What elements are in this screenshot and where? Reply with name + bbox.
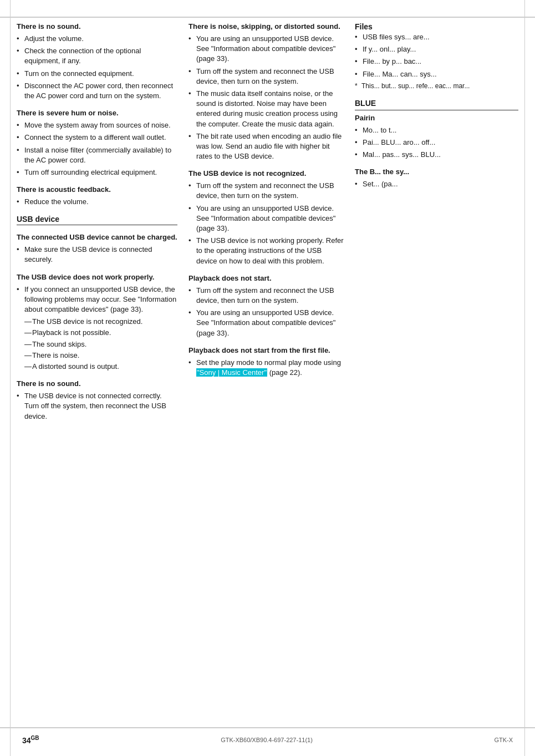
list-item: File... Ma... can... sys...: [355, 69, 518, 79]
list-item: Set... (pa...: [355, 179, 518, 189]
list-item: You are using an unsupported USB device.…: [188, 308, 344, 338]
section-usb-device-heading: USB device: [17, 215, 177, 225]
right-column: Files USB files sys... are... If y... on…: [355, 22, 518, 723]
list-item: File... by p... bac...: [355, 57, 518, 67]
dash-list-usb-not-work: The USB device is not recognized. Playba…: [17, 317, 177, 372]
dash-item: The USB device is not recognized.: [24, 317, 177, 327]
bullet-list-usb-cannot-charge: Make sure the USB device is connected se…: [17, 245, 177, 265]
left-margin-line: [10, 0, 11, 756]
asterisk-note: This... but... sup... refe... eac... mar…: [355, 82, 518, 91]
section-no-sound-2: There is no sound. The USB device is not…: [17, 379, 177, 422]
section-acoustic-feedback: There is acoustic feedback. Reduce the v…: [17, 185, 177, 207]
section-title-severe-hum: There is severe hum or noise.: [17, 109, 177, 117]
list-item: The bit rate used when encoding an audio…: [188, 131, 344, 162]
bottom-border: [0, 727, 535, 728]
pairing-subheading: Pairin: [355, 114, 518, 122]
list-item: Reduce the volume.: [17, 197, 177, 207]
dash-item: The sound skips.: [24, 339, 177, 349]
bullet-list-noise-skipping: You are using an unsupported USB device.…: [188, 34, 344, 161]
list-item: Turn on the connected equipment.: [17, 69, 177, 79]
top-border: [0, 17, 535, 18]
list-item: Install a noise filter (commercially ava…: [17, 145, 177, 165]
usb-device-heading: USB device: [17, 215, 177, 224]
section-title-no-sound-1: There is no sound.: [17, 22, 177, 31]
bullet-list-usb-not-recognized: Turn off the system and reconnect the US…: [188, 181, 344, 266]
sony-music-center-highlight: "Sony | Music Center": [196, 368, 267, 377]
section-severe-hum: There is severe hum or noise. Move the s…: [17, 109, 177, 177]
section-playback-not-start: Playback does not start. Turn off the sy…: [188, 274, 344, 338]
list-item: You are using an unsupported USB device.…: [188, 34, 344, 64]
bluetooth-divider: [355, 110, 518, 110]
section-usb-not-recognized: The USB device is not recognized. Turn o…: [188, 169, 344, 266]
bluetooth-heading: BLUE: [355, 99, 518, 108]
page-number: 34GB: [22, 735, 39, 745]
footer: 34GB GTK-XB60/XB90.4-697-227-11(1) GTK-X: [0, 735, 535, 745]
section-title-no-sound-2: There is no sound.: [17, 379, 177, 388]
list-item: Pai... BLU... aro... off...: [355, 138, 518, 148]
list-item-highlight: Set the play mode to normal play mode us…: [188, 358, 344, 378]
usb-divider: [17, 225, 177, 225]
bullet-list-bluetooth-sub: Set... (pa...: [355, 179, 518, 189]
bullet-list-usb-not-work: If you connect an unsupported USB device…: [17, 285, 177, 315]
dash-item: A distorted sound is output.: [24, 362, 177, 372]
page-container: There is no sound. Adjust the volume. Ch…: [0, 0, 535, 756]
list-item: The USB device is not working properly. …: [188, 236, 344, 266]
list-item: Mo... to t...: [355, 125, 518, 135]
bullet-list-acoustic-feedback: Reduce the volume.: [17, 197, 177, 207]
list-item: Adjust the volume.: [17, 34, 177, 44]
bullet-list-playback-first-file: Set the play mode to normal play mode us…: [188, 358, 344, 378]
list-item: If y... onl... play...: [355, 44, 518, 54]
content-area: There is no sound. Adjust the volume. Ch…: [0, 0, 535, 756]
section-playback-first-file: Playback does not start from the first f…: [188, 346, 344, 378]
dash-item: There is noise.: [24, 351, 177, 361]
bullet-list-no-sound-1: Adjust the volume. Check the connection …: [17, 34, 177, 101]
list-item: If you connect an unsupported USB device…: [17, 285, 177, 315]
list-item: USB files sys... are...: [355, 32, 518, 42]
bullet-list-pairing: Mo... to t... Pai... BLU... aro... off..…: [355, 125, 518, 160]
section-title-usb-not-work: The USB device does not work properly.: [17, 273, 177, 281]
section-title-acoustic-feedback: There is acoustic feedback.: [17, 185, 177, 194]
list-item: The music data itself contains noise, or…: [188, 89, 344, 129]
page-superscript: GB: [31, 735, 39, 741]
section-files-heading: Files USB files sys... are... If y... on…: [355, 22, 518, 91]
section-noise-skipping: There is noise, skipping, or distorted s…: [188, 22, 344, 161]
page-num-value: 34: [22, 736, 31, 745]
dash-item: Playback is not possible.: [24, 328, 177, 338]
list-item: Mal... pas... sys... BLU...: [355, 150, 518, 160]
section-title-playback-not-start: Playback does not start.: [188, 274, 344, 282]
section-title-usb-cannot-charge: The connected USB device cannot be charg…: [17, 233, 177, 241]
footer-right: GTK-X: [494, 737, 513, 743]
mid-column: There is noise, skipping, or distorted s…: [188, 22, 355, 723]
bullet-list-no-sound-2: The USB device is not connected correctl…: [17, 391, 177, 422]
play-mode-text-before: Set the play mode to normal play mode us…: [196, 358, 341, 367]
section-title-usb-not-recognized: The USB device is not recognized.: [188, 169, 344, 177]
list-item: Check the connection of the optional equ…: [17, 46, 177, 66]
section-usb-not-work: The USB device does not work properly. I…: [17, 273, 177, 372]
section-title-noise-skipping: There is noise, skipping, or distorted s…: [188, 22, 344, 31]
right-margin-line: [524, 0, 525, 756]
list-item: Move the system away from sources of noi…: [17, 120, 177, 130]
list-item: The USB device is not connected correctl…: [17, 391, 177, 422]
play-mode-text-after: (page 22).: [267, 368, 302, 377]
files-heading: Files: [355, 22, 518, 31]
section-no-sound-1: There is no sound. Adjust the volume. Ch…: [17, 22, 177, 101]
left-column: There is no sound. Adjust the volume. Ch…: [17, 22, 188, 723]
list-item: Turn off the system and reconnect the US…: [188, 181, 344, 201]
bullet-list-playback-not-start: Turn off the system and reconnect the US…: [188, 286, 344, 338]
list-item: Make sure the USB device is connected se…: [17, 245, 177, 265]
bullet-list-severe-hum: Move the system away from sources of noi…: [17, 120, 177, 177]
section-bluetooth: BLUE Pairin Mo... to t... Pai... BLU... …: [355, 99, 518, 160]
section-title-playback-first-file: Playback does not start from the first f…: [188, 346, 344, 354]
list-item: Turn off the system and reconnect the US…: [188, 67, 344, 87]
section-bluetooth-sub: The B... the sy... Set... (pa...: [355, 168, 518, 189]
bullet-list-files: USB files sys... are... If y... onl... p…: [355, 32, 518, 79]
list-item: Turn off the system and reconnect the US…: [188, 286, 344, 306]
list-item: You are using an unsupported USB device.…: [188, 204, 344, 234]
footer-model: GTK-XB60/XB90.4-697-227-11(1): [221, 737, 313, 743]
bluetooth-sub-title: The B... the sy...: [355, 168, 518, 176]
list-item: Connect the system to a different wall o…: [17, 133, 177, 143]
list-item: Turn off surrounding electrical equipmen…: [17, 168, 177, 177]
list-item: Disconnect the AC power cord, then recon…: [17, 81, 177, 101]
section-usb-cannot-charge: The connected USB device cannot be charg…: [17, 233, 177, 265]
